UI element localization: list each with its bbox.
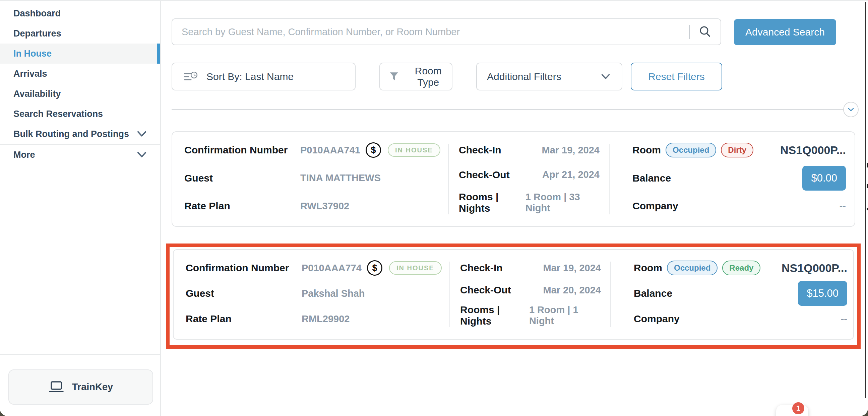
check-in-value: Mar 19, 2024 <box>541 145 599 156</box>
sidebar-item-in-house[interactable]: In House <box>0 43 160 64</box>
check-out-value: Mar 20, 2024 <box>543 285 601 296</box>
rooms-nights-value: 1 Room | 33 Night <box>526 192 599 214</box>
sidebar-item-label: Dashboard <box>13 8 148 19</box>
sort-by-label: Sort By: Last Name <box>207 71 293 83</box>
company-label: Company <box>632 200 678 212</box>
guest-value: TINA MATTHEWS <box>300 172 381 184</box>
company-value: -- <box>841 314 847 325</box>
sort-icon <box>184 71 199 83</box>
reservation-card[interactable]: Confirmation Number P010AAA741 $ IN HOUS… <box>172 131 855 227</box>
card-room-column: Room Occupied Ready NS1Q000P... Balance … <box>610 250 857 339</box>
room-type-button[interactable]: Room Type <box>379 63 453 90</box>
in-house-badge: IN HOUSE <box>388 143 440 157</box>
check-out-label: Check-Out <box>460 284 511 296</box>
room-number: NS1Q000P... <box>781 262 847 275</box>
laptop-icon <box>49 381 64 393</box>
check-in-value: Mar 19, 2024 <box>543 263 601 274</box>
rate-plan-value: RWL37902 <box>300 201 349 212</box>
sidebar-item-label: Availability <box>13 89 148 99</box>
confirmation-label: Confirmation Number <box>184 145 295 156</box>
sidebar-item-label: Search Reservations <box>13 109 148 119</box>
list-divider <box>172 109 844 110</box>
chevron-down-icon <box>599 71 612 83</box>
sidebar-item-label: Arrivals <box>13 69 148 79</box>
sidebar-item-more[interactable]: More <box>0 145 160 165</box>
screen-edge-artifact <box>867 208 868 210</box>
chevron-down-icon <box>135 149 148 161</box>
rate-plan-label: Rate Plan <box>186 313 296 325</box>
room-label: Room <box>632 145 661 156</box>
sidebar-item-dashboard[interactable]: Dashboard <box>0 3 160 24</box>
balance-label: Balance <box>632 172 671 184</box>
sidebar-item-availability[interactable]: Availability <box>0 84 160 104</box>
room-label: Room <box>634 262 662 274</box>
notification-badge: 1 <box>792 402 804 414</box>
card-dates-column: Check-In Mar 19, 2024 Check-Out Apr 21, … <box>448 132 609 226</box>
search-input[interactable] <box>172 19 689 44</box>
rooms-nights-value: 1 Room | 1 Night <box>529 305 601 327</box>
screen-edge-artifact <box>867 184 868 188</box>
sidebar-item-label: More <box>13 150 135 160</box>
confirmation-label: Confirmation Number <box>186 262 296 274</box>
sidebar-nav: Dashboard Departures In House Arrivals A… <box>0 1 160 165</box>
balance-button[interactable]: $15.00 <box>798 281 847 306</box>
room-type-label: Room Type <box>405 65 452 88</box>
check-out-label: Check-Out <box>459 169 510 181</box>
sidebar: Dashboard Departures In House Arrivals A… <box>0 1 161 416</box>
company-label: Company <box>634 313 680 325</box>
balance-label: Balance <box>634 288 672 299</box>
check-out-value: Apr 21, 2024 <box>542 169 599 180</box>
card-dates-column: Check-In Mar 19, 2024 Check-Out Mar 20, … <box>450 250 610 339</box>
app-window: Dashboard Departures In House Arrivals A… <box>0 0 868 416</box>
guest-value: Pakshal Shah <box>302 288 365 299</box>
room-status-ready-badge: Ready <box>722 261 761 275</box>
confirmation-value: P010AAA741 <box>300 145 360 156</box>
search-divider <box>689 25 690 39</box>
search-icon[interactable] <box>699 25 712 38</box>
sidebar-item-search-reservations[interactable]: Search Reservations <box>0 104 160 124</box>
balance-button[interactable]: $0.00 <box>802 166 846 191</box>
reservation-card[interactable]: Confirmation Number P010AAA774 $ IN HOUS… <box>173 249 854 340</box>
sidebar-item-arrivals[interactable]: Arrivals <box>0 64 160 84</box>
reset-filters-button[interactable]: Reset Filters <box>631 63 722 90</box>
dollar-icon[interactable]: $ <box>367 260 382 276</box>
additional-filters-label: Additional Filters <box>487 71 599 83</box>
dollar-icon[interactable]: $ <box>366 142 381 158</box>
rooms-nights-label: Rooms | Nights <box>459 191 526 214</box>
check-in-label: Check-In <box>460 262 503 274</box>
check-in-label: Check-In <box>459 145 501 156</box>
chevron-down-icon <box>135 128 148 140</box>
screen: Dashboard Departures In House Arrivals A… <box>0 0 868 416</box>
chevron-down-icon <box>847 105 855 114</box>
room-status-dirty-badge: Dirty <box>721 143 753 157</box>
sidebar-bottom-divider <box>0 354 160 355</box>
trainkey-button[interactable]: TrainKey <box>8 370 153 405</box>
top-border <box>0 0 868 1</box>
collapse-chevron-button[interactable] <box>843 102 859 117</box>
additional-filters-dropdown[interactable]: Additional Filters <box>476 63 622 90</box>
advanced-search-button[interactable]: Advanced Search <box>734 19 836 45</box>
confirmation-value: P010AAA774 <box>302 263 362 274</box>
screen-edge-artifact <box>867 163 868 167</box>
in-house-badge: IN HOUSE <box>389 261 442 275</box>
rate-plan-label: Rate Plan <box>184 200 295 212</box>
sidebar-item-label: Bulk Routing and Postings <box>13 129 135 139</box>
card-guest-column: Confirmation Number P010AAA741 $ IN HOUS… <box>172 132 448 226</box>
company-value: -- <box>839 201 846 212</box>
rate-plan-value: RML29902 <box>302 314 349 325</box>
rooms-nights-label: Rooms | Nights <box>460 304 529 327</box>
card-guest-column: Confirmation Number P010AAA774 $ IN HOUS… <box>174 250 450 339</box>
sort-by-button[interactable]: Sort By: Last Name <box>172 63 355 90</box>
guest-label: Guest <box>186 288 296 299</box>
trainkey-label: TrainKey <box>72 382 113 392</box>
guest-label: Guest <box>184 172 295 184</box>
highlight-box: Confirmation Number P010AAA774 $ IN HOUS… <box>166 244 861 349</box>
sidebar-item-departures[interactable]: Departures <box>0 24 160 43</box>
search-box <box>172 19 721 45</box>
card-room-column: Room Occupied Dirty NS1Q000P... Balance … <box>609 132 856 226</box>
sidebar-item-bulk-routing[interactable]: Bulk Routing and Postings <box>0 124 160 144</box>
sidebar-item-label: Departures <box>13 29 148 39</box>
right-panel-edge <box>865 2 866 398</box>
room-number: NS1Q000P... <box>780 144 846 157</box>
room-status-occupied-badge: Occupied <box>667 261 717 275</box>
